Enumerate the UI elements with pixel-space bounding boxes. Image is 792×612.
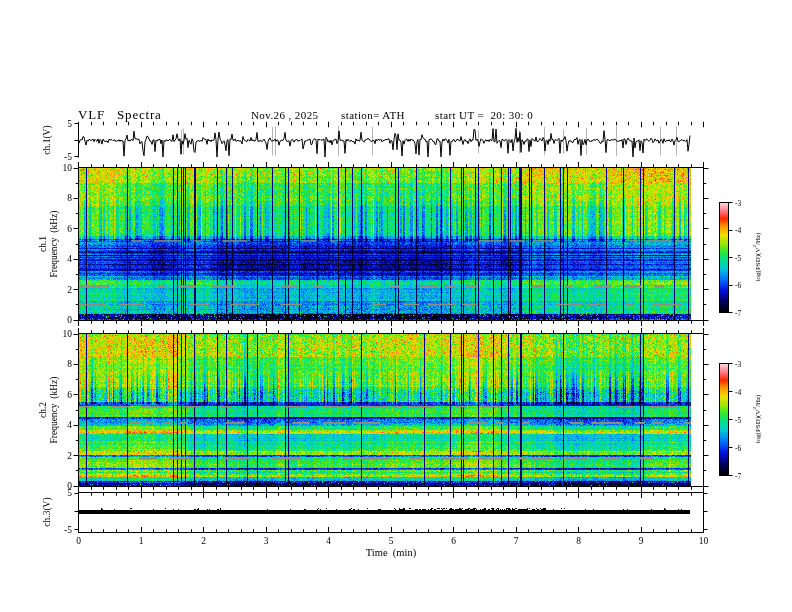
ch1-freq-tick-label: 6 [50,224,72,233]
ch1-volt-tick-label: 5 [50,119,72,128]
ch1-voltage-axis-label: ch.1(V) [42,125,53,154]
ch1-freq-tick-label: 4 [50,255,72,264]
colorbar2-tick-label: -6 [735,444,741,451]
figure-title: VLF Spectra [78,107,162,123]
colorbar1-tick-label: -7 [735,309,741,316]
x-tick-label: 3 [264,537,269,546]
colorbar2-tick-label: -7 [735,472,741,479]
station-label: station= ATH [341,109,405,121]
colorbar1-label: log(PSD)(V2/Hz) [752,233,761,282]
colorbar-label-text: log(PSD)(V [754,248,762,282]
x-tick-label: 4 [326,537,331,546]
date-label: Nov.26 , 2025 [251,109,318,121]
x-tick-label: 0 [76,537,81,546]
ch2-freq-tick-label: 6 [50,390,72,399]
x-tick-label: 10 [699,537,709,546]
ch1-freq-tick-label: 8 [50,194,72,203]
colorbar2-tick-label: -4 [735,388,741,395]
x-tick-label: 7 [514,537,519,546]
colorbar2-tick-label: -3 [735,360,741,367]
colorbar1-tick-label: -4 [735,227,741,234]
ch1-frequency-axis-label: ch.1 Frequency (kHz) [38,210,59,277]
ch3-voltage-axis-label: ch.3(V) [42,497,53,526]
colorbar-label-text: /Hz) [754,233,762,245]
x-tick-label: 8 [576,537,581,546]
ch3-volt-tick-label: -5 [50,525,72,534]
ch2-frequency-axis-label: ch.2 Frequency (kHz) [38,376,59,443]
colorbar-label-text: log(PSD)(V [754,410,762,444]
colorbar-label-sup: 2 [752,407,757,410]
colorbar2-label: log(PSD)(V2/Hz) [752,395,761,444]
ch3-volt-tick-label: 5 [50,489,72,498]
colorbar1-tick-label: -3 [735,199,741,206]
x-tick-label: 5 [389,537,394,546]
ch2-freq-tick-label: 10 [50,330,72,339]
time-axis-label: Time (min) [366,547,416,558]
x-tick-label: 6 [451,537,456,546]
vlf-spectra-figure: VLF Spectra Nov.26 , 2025 station= ATH s… [0,0,792,612]
colorbar-label-sup: 2 [752,245,757,248]
ch1-freq-tick-label: 2 [50,285,72,294]
colorbar2-tick-label: -5 [735,416,741,423]
colorbar-label-text: /Hz) [754,395,762,407]
x-tick-label: 1 [139,537,144,546]
start-ut-label: start UT = 20: 30: 0 [435,109,533,121]
x-tick-label: 9 [639,537,644,546]
ch1-volt-tick-label: -5 [50,152,72,161]
ch2-freq-tick-label: 4 [50,421,72,430]
ch1-freq-tick-label: 0 [50,316,72,325]
ch2-freq-tick-label: 8 [50,360,72,369]
ch1-freq-tick-label: 10 [50,164,72,173]
x-tick-label: 2 [201,537,206,546]
ch2-freq-tick-label: 2 [50,451,72,460]
colorbar1-tick-label: -5 [735,254,741,261]
plot-canvas [0,0,792,612]
colorbar1-tick-label: -6 [735,282,741,289]
